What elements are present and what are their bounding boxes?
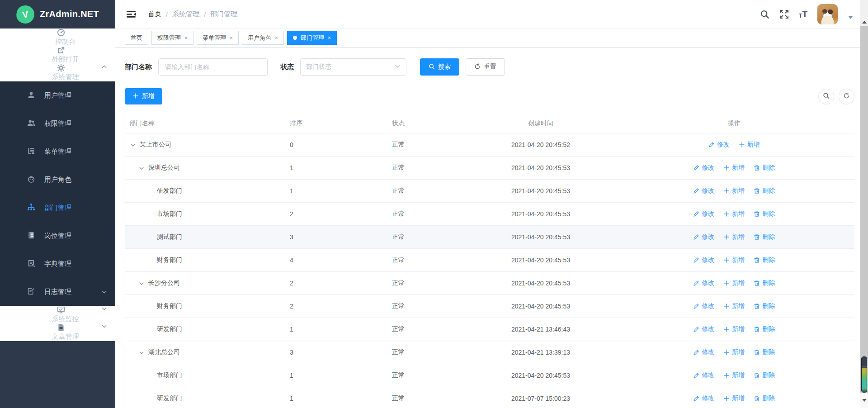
tab-close-icon[interactable]: ×	[230, 35, 233, 41]
reset-button[interactable]: 重置	[466, 58, 505, 76]
edit-link[interactable]: 修改	[693, 233, 714, 241]
sort-value: 1	[285, 326, 387, 333]
fullscreen-icon[interactable]	[779, 9, 789, 19]
status-value: 正常	[387, 279, 468, 287]
department-name: 研发部门	[157, 325, 182, 333]
delete-link[interactable]: 删除	[754, 233, 775, 241]
add-link[interactable]: 新增	[723, 210, 745, 218]
action-label: 修改	[702, 187, 714, 195]
edit-link[interactable]: 修改	[693, 371, 714, 380]
sidebar-item-dashboard[interactable]: 控制台	[0, 28, 115, 46]
sidebar-menu: 控制台 外部打开 系统管理 用户管理 权限管理 菜单管理 用户角色 部门管理 岗…	[0, 28, 115, 341]
search-icon[interactable]	[760, 9, 769, 19]
sidebar-item-post-management[interactable]: 岗位管理	[0, 222, 115, 250]
show-search-button[interactable]	[818, 89, 834, 104]
brand-header[interactable]: V ZrAdmin.NET	[0, 0, 115, 28]
delete-link[interactable]: 删除	[754, 279, 775, 287]
delete-link[interactable]: 删除	[754, 371, 775, 380]
sidebar-item-system-monitor[interactable]: 系统监控	[0, 306, 115, 323]
delete-link[interactable]: 删除	[754, 256, 775, 264]
expand-row-icon[interactable]	[130, 142, 137, 148]
dict-icon	[27, 259, 36, 268]
action-label: 修改	[702, 371, 714, 380]
add-link[interactable]: 新增	[723, 302, 745, 310]
tab-close-icon[interactable]: ×	[275, 35, 278, 41]
edit-link[interactable]: 修改	[693, 279, 714, 287]
active-tab-dot	[293, 36, 297, 40]
edit-link[interactable]: 修改	[693, 394, 714, 403]
scrollbar-up-arrow[interactable]	[860, 0, 868, 26]
add-link[interactable]: 新增	[723, 164, 745, 172]
sidebar-item-dict-management[interactable]: 字典管理	[0, 250, 115, 278]
edit-link[interactable]: 修改	[693, 256, 714, 264]
edit-link[interactable]: 修改	[693, 210, 714, 218]
sidebar-item-article-management[interactable]: 文章管理	[0, 323, 115, 341]
scrollbar-thumb[interactable]	[861, 356, 867, 393]
tab-close-icon[interactable]: ×	[328, 35, 331, 41]
expand-row-icon[interactable]	[139, 349, 146, 356]
created-time: 2021-04-20 20:45:53	[468, 303, 614, 310]
sidebar-collapse-icon[interactable]	[125, 8, 138, 21]
edit-link[interactable]: 修改	[693, 302, 714, 310]
trash-icon	[754, 165, 760, 171]
sidebar-item-user-management[interactable]: 用户管理	[0, 81, 115, 109]
delete-link[interactable]: 删除	[754, 394, 775, 403]
delete-link[interactable]: 删除	[754, 348, 775, 356]
page-scrollbar[interactable]	[860, 0, 868, 408]
sidebar-item-external-open[interactable]: 外部打开	[0, 46, 115, 64]
add-link[interactable]: 新增	[723, 325, 745, 333]
tab-user-role[interactable]: 用户角色 ×	[242, 31, 284, 45]
trash-icon	[754, 349, 760, 356]
font-size-icon[interactable]: TT	[799, 10, 807, 19]
add-link[interactable]: 新增	[739, 141, 760, 149]
edit-icon	[693, 188, 699, 194]
trash-icon	[754, 395, 760, 402]
edit-link[interactable]: 修改	[693, 348, 714, 356]
action-label: 删除	[762, 394, 775, 403]
user-menu-caret-icon[interactable]	[848, 14, 854, 20]
monitor-icon	[57, 306, 66, 315]
action-label: 删除	[762, 187, 775, 195]
table-row: 市场部门 2 正常 2021-04-20 20:45:53 修改新增删除	[125, 203, 854, 226]
action-label: 修改	[702, 210, 714, 218]
add-button[interactable]: 新增	[125, 88, 162, 104]
sidebar-item-log-management[interactable]: 日志管理	[0, 278, 115, 306]
expand-row-icon[interactable]	[139, 280, 146, 287]
edit-link[interactable]: 修改	[708, 141, 730, 149]
refresh-table-button[interactable]	[839, 89, 854, 104]
status-select[interactable]: 部门状态	[300, 58, 406, 76]
add-link[interactable]: 新增	[723, 279, 745, 287]
sidebar-item-permission-management[interactable]: 权限管理	[0, 109, 115, 138]
dept-name-input[interactable]	[158, 58, 268, 76]
sidebar-item-system-management[interactable]: 系统管理	[0, 64, 115, 81]
scrollbar-down-arrow[interactable]	[860, 393, 868, 408]
sidebar-item-menu-management[interactable]: 菜单管理	[0, 138, 115, 166]
delete-link[interactable]: 删除	[754, 325, 775, 333]
search-button[interactable]: 搜索	[420, 58, 459, 76]
delete-link[interactable]: 删除	[754, 187, 775, 195]
user-avatar[interactable]	[817, 4, 838, 24]
add-link[interactable]: 新增	[723, 256, 745, 264]
add-link[interactable]: 新增	[723, 371, 745, 380]
delete-link[interactable]: 删除	[754, 164, 775, 172]
delete-link[interactable]: 删除	[754, 210, 775, 218]
tab-department[interactable]: 部门管理 ×	[287, 31, 337, 45]
tab-home[interactable]: 首页	[125, 31, 148, 45]
add-link[interactable]: 新增	[723, 348, 745, 356]
tab-permission[interactable]: 权限管理 ×	[151, 31, 193, 45]
add-link[interactable]: 新增	[723, 187, 745, 195]
sidebar-item-user-roles[interactable]: 用户角色	[0, 166, 115, 194]
edit-icon	[693, 326, 699, 332]
add-link[interactable]: 新增	[723, 394, 745, 403]
expand-row-icon[interactable]	[139, 165, 146, 171]
breadcrumb-item[interactable]: 首页	[148, 10, 161, 19]
add-link[interactable]: 新增	[723, 233, 745, 241]
edit-link[interactable]: 修改	[693, 325, 714, 333]
delete-link[interactable]: 删除	[754, 302, 775, 310]
tab-menu[interactable]: 菜单管理 ×	[197, 31, 239, 45]
action-label: 新增	[732, 348, 745, 356]
tab-close-icon[interactable]: ×	[184, 35, 188, 41]
sidebar-item-department-management[interactable]: 部门管理	[0, 194, 115, 222]
edit-link[interactable]: 修改	[693, 164, 714, 172]
edit-link[interactable]: 修改	[693, 187, 714, 195]
